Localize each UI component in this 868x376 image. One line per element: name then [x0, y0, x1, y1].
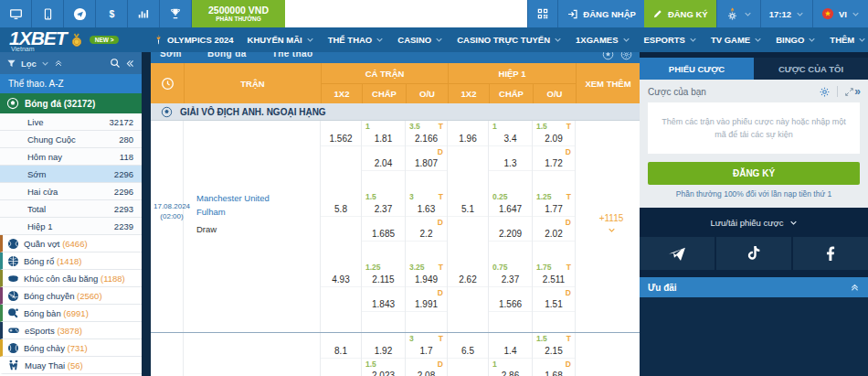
sidebar-sport-kh-c-c-n-c-u-b-ng[interactable]: Khúc côn cầu băng (1188)	[0, 270, 142, 287]
sidebar-collapse-icon[interactable]	[125, 59, 135, 69]
collapse-all-icon[interactable]	[54, 59, 63, 68]
breadcrumb-part[interactable]: Thể thao	[272, 52, 313, 59]
sidebar-filter-hai-c-a[interactable]: Hai cửa2296	[0, 183, 142, 200]
phone-tile[interactable]	[32, 0, 64, 27]
sidebar-filter-h-m-nay[interactable]: Hôm nay118	[0, 148, 142, 166]
odds-value[interactable]: 2.02	[533, 227, 575, 242]
odds-value[interactable]: 1.81	[362, 132, 405, 146]
odds-value[interactable]: 1.7	[406, 344, 447, 359]
odds-value[interactable]: 2.08	[406, 369, 447, 376]
odds-value[interactable]: 2.511	[533, 273, 575, 287]
odds-value[interactable]: 2.09	[533, 132, 575, 146]
settings-menu-button[interactable]	[716, 0, 760, 27]
odds-value[interactable]: 1.685	[362, 227, 405, 242]
odds-value[interactable]: 1.77	[533, 202, 575, 217]
nav-item-khuy-n-m-i[interactable]: KHUYẾN MÃI	[248, 35, 314, 45]
odds-value[interactable]: 1.4	[489, 344, 532, 359]
odds-value[interactable]: 2.115	[362, 273, 405, 287]
sidebar-item-football[interactable]: Bóng đá (32172)	[0, 93, 142, 113]
expand-icon[interactable]	[844, 87, 854, 97]
odds-value[interactable]: 8.1	[321, 344, 361, 359]
register-cta-button[interactable]: ĐĂNG KÝ	[648, 162, 860, 185]
odds-value[interactable]: 1.807	[406, 156, 447, 171]
chart-tile[interactable]	[128, 0, 160, 27]
table-settings-icon[interactable]	[620, 52, 632, 60]
logo-1xbet[interactable]: 1XBET Vietnam NEW >	[9, 31, 153, 49]
odds-value[interactable]: 2.86	[489, 369, 532, 376]
odds-value[interactable]: 2.2	[406, 227, 447, 242]
nav-item-1xgames[interactable]: 1XGAMES	[576, 35, 630, 45]
promo-bar[interactable]: Ưu đãi	[640, 277, 868, 297]
odds-value[interactable]: 1.3	[489, 156, 532, 171]
sidebar-sport-qu-n-v-t[interactable]: Quần vợt (6466)	[0, 235, 142, 252]
odds-value[interactable]: 5.8	[321, 202, 361, 217]
filter-icon[interactable]	[6, 59, 16, 69]
search-icon[interactable]	[110, 58, 121, 69]
odds-value[interactable]: 4.93	[321, 273, 361, 287]
tab-my-bets[interactable]: CƯỢC CỦA TÔI	[754, 58, 868, 80]
trophy-tile[interactable]	[160, 0, 192, 27]
sidebar-filter-live[interactable]: Live32172	[0, 113, 142, 131]
tab-betslip[interactable]: PHIẾU CƯỢC	[640, 58, 754, 80]
register-button[interactable]: ĐĂNG KÝ	[644, 0, 716, 27]
sidebar-filter-hi-p-1[interactable]: Hiệp 12239	[0, 218, 142, 235]
sidebar-filter-total[interactable]: Total2293	[0, 200, 142, 218]
odds-value[interactable]: 2.166	[406, 132, 447, 146]
language-menu-button[interactable]: VI	[812, 0, 868, 27]
tiktok-button[interactable]	[716, 237, 791, 270]
save-load-betslip-link[interactable]: Lưu/tải phiếu cược	[640, 208, 868, 237]
sidebar-sport-esports[interactable]: eSports (3878)	[0, 322, 142, 339]
team-home-link[interactable]: Manchester United	[196, 192, 270, 206]
nav-item-tv-game[interactable]: TV GAME	[711, 35, 762, 45]
league-row[interactable]: GIẢI VÔ ĐỊCH ANH. NGOẠI HẠNG	[151, 103, 640, 121]
odds-value[interactable]: 1.92	[362, 344, 405, 359]
odds-value[interactable]: 1.991	[406, 297, 447, 312]
odds-value[interactable]: 1.72	[533, 156, 575, 171]
nav-item-th-m[interactable]: THÊM	[830, 35, 866, 45]
nav-item-th-thao[interactable]: THỂ THAO	[328, 35, 385, 45]
monitor-tile[interactable]	[0, 0, 32, 27]
nav-item-olympics-2024[interactable]: OLYMPICS 2024	[153, 33, 234, 47]
odds-value[interactable]: 1.566	[489, 297, 532, 312]
telegram-social-button[interactable]	[640, 237, 715, 270]
odds-value[interactable]: 2.15	[533, 344, 575, 359]
betslip-settings-icon[interactable]	[819, 86, 831, 98]
qr-code-button[interactable]	[527, 0, 557, 27]
login-button[interactable]: ĐĂNG NHẬP	[557, 0, 644, 27]
odds-value[interactable]: 2.37	[489, 273, 532, 287]
telegram-tile[interactable]	[64, 0, 96, 27]
odds-value[interactable]: 1.647	[489, 202, 532, 217]
sidebar-sport-muay-thai[interactable]: Muay Thai (56)	[0, 357, 142, 374]
odds-value[interactable]: 1.843	[362, 297, 405, 312]
odds-value[interactable]: 5.1	[448, 202, 488, 217]
dollar-tile[interactable]: $	[96, 0, 128, 27]
facebook-button[interactable]	[793, 237, 868, 270]
odds-value[interactable]: 1.68	[533, 369, 575, 376]
nav-item-bingo[interactable]: BINGO	[776, 35, 816, 45]
nav-item-esports[interactable]: ESPORTS	[644, 35, 697, 45]
odds-value[interactable]: 2.023	[362, 369, 405, 376]
favorites-icon[interactable]	[602, 52, 614, 60]
odds-value[interactable]: 2.37	[362, 202, 405, 217]
sidebar-sport-b-ng-chuy-n[interactable]: Bóng chuyền (2560)	[0, 287, 142, 305]
odds-value[interactable]: 1.63	[406, 202, 447, 217]
sidebar-item-az[interactable]: Thể thao. A-Z	[0, 74, 142, 93]
nav-item-casino[interactable]: CASINO	[397, 35, 443, 45]
bonus-balance-button[interactable]: 2500000 VND PHẦN THƯỞNG	[192, 0, 285, 27]
nav-item-casino-tr-c-tuy-n[interactable]: CASINO TRỰC TUYẾN	[457, 35, 562, 45]
breadcrumb-part[interactable]: Sớm	[160, 52, 182, 59]
sidebar-filter-chung-cu-c[interactable]: Chung Cuộc280	[0, 131, 142, 148]
odds-value[interactable]: 1.51	[533, 297, 575, 312]
odds-value[interactable]: 1.562	[321, 132, 361, 146]
odds-value[interactable]: 1.96	[448, 132, 488, 146]
odds-value[interactable]: 6.5	[448, 344, 488, 359]
more-markets-link[interactable]: +1115	[583, 212, 640, 238]
sidebar-filter-s-m[interactable]: Sớm2296	[0, 166, 142, 183]
team-away-link[interactable]: Fulham	[196, 206, 270, 220]
collapse-panel-icon[interactable]: »	[854, 85, 860, 98]
time-menu-button[interactable]: 17:12	[760, 0, 812, 27]
sidebar-sport-b-ng-r-[interactable]: Bóng rổ (1418)	[0, 252, 142, 270]
odds-value[interactable]: 3.4	[489, 132, 532, 146]
chevron-down-icon[interactable]	[41, 59, 49, 68]
odds-value[interactable]: 2.04	[362, 156, 405, 171]
